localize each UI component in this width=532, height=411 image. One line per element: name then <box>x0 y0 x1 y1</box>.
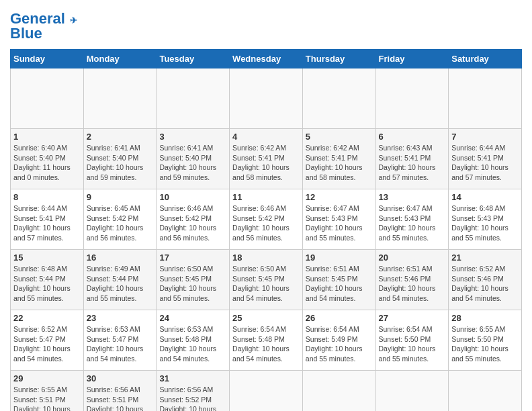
calendar-cell: 16Sunrise: 6:49 AMSunset: 5:44 PMDayligh… <box>83 250 157 310</box>
calendar-week-row: 29Sunrise: 6:55 AMSunset: 5:51 PMDayligh… <box>11 371 522 412</box>
calendar-cell <box>230 68 303 129</box>
calendar-cell: 9Sunrise: 6:45 AMSunset: 5:42 PMDaylight… <box>83 189 157 250</box>
calendar-cell: 10Sunrise: 6:46 AMSunset: 5:42 PMDayligh… <box>157 189 230 250</box>
calendar-cell: 28Sunrise: 6:55 AMSunset: 5:50 PMDayligh… <box>449 310 522 371</box>
calendar-cell: 2Sunrise: 6:41 AMSunset: 5:40 PMDaylight… <box>83 129 157 189</box>
calendar-cell: 6Sunrise: 6:43 AMSunset: 5:41 PMDaylight… <box>375 129 449 189</box>
day-info: Sunrise: 6:46 AMSunset: 5:42 PMDaylight:… <box>159 203 226 243</box>
day-number: 30 <box>87 373 154 383</box>
day-info: Sunrise: 6:54 AMSunset: 5:48 PMDaylight:… <box>232 324 300 364</box>
calendar-cell <box>375 68 449 129</box>
calendar-cell <box>449 68 522 129</box>
day-header-saturday: Saturday <box>449 50 522 68</box>
day-info: Sunrise: 6:40 AMSunset: 5:40 PMDaylight:… <box>13 143 81 183</box>
day-header-wednesday: Wednesday <box>230 50 303 68</box>
day-header-thursday: Thursday <box>302 50 375 68</box>
calendar-cell: 3Sunrise: 6:41 AMSunset: 5:40 PMDaylight… <box>157 129 230 189</box>
calendar-week-row <box>11 68 522 129</box>
day-number: 18 <box>232 253 300 263</box>
calendar-cell: 12Sunrise: 6:47 AMSunset: 5:43 PMDayligh… <box>302 189 375 250</box>
calendar-week-row: 8Sunrise: 6:44 AMSunset: 5:41 PMDaylight… <box>11 189 522 250</box>
calendar-cell: 18Sunrise: 6:50 AMSunset: 5:45 PMDayligh… <box>230 250 303 310</box>
calendar-cell: 1Sunrise: 6:40 AMSunset: 5:40 PMDaylight… <box>11 129 84 189</box>
calendar-cell <box>11 68 84 129</box>
day-number: 7 <box>451 132 519 142</box>
day-header-friday: Friday <box>375 50 449 68</box>
day-info: Sunrise: 6:47 AMSunset: 5:43 PMDaylight:… <box>379 203 446 243</box>
day-number: 17 <box>159 253 226 263</box>
day-info: Sunrise: 6:56 AMSunset: 5:51 PMDaylight:… <box>87 385 154 411</box>
day-header-monday: Monday <box>83 50 157 68</box>
day-number: 14 <box>451 192 519 202</box>
day-number: 1 <box>13 132 81 142</box>
day-number: 11 <box>232 192 300 202</box>
day-number: 22 <box>13 313 81 323</box>
day-info: Sunrise: 6:53 AMSunset: 5:47 PMDaylight:… <box>87 324 154 364</box>
day-number: 31 <box>159 373 226 383</box>
calendar-cell: 15Sunrise: 6:48 AMSunset: 5:44 PMDayligh… <box>11 250 84 310</box>
day-number: 2 <box>87 132 154 142</box>
day-header-tuesday: Tuesday <box>157 50 230 68</box>
calendar-cell: 19Sunrise: 6:51 AMSunset: 5:45 PMDayligh… <box>302 250 375 310</box>
day-number: 27 <box>379 313 446 323</box>
day-number: 24 <box>159 313 226 323</box>
day-number: 15 <box>13 253 81 263</box>
calendar-table: SundayMondayTuesdayWednesdayThursdayFrid… <box>10 49 522 411</box>
calendar-cell <box>157 68 230 129</box>
calendar-cell: 4Sunrise: 6:42 AMSunset: 5:41 PMDaylight… <box>230 129 303 189</box>
calendar-cell <box>302 68 375 129</box>
calendar-header-row: SundayMondayTuesdayWednesdayThursdayFrid… <box>11 50 522 68</box>
day-number: 5 <box>306 132 373 142</box>
day-info: Sunrise: 6:48 AMSunset: 5:43 PMDaylight:… <box>451 203 519 243</box>
day-info: Sunrise: 6:55 AMSunset: 5:51 PMDaylight:… <box>13 385 81 411</box>
calendar-cell <box>449 371 522 412</box>
day-number: 28 <box>451 313 519 323</box>
day-number: 8 <box>13 192 81 202</box>
day-info: Sunrise: 6:51 AMSunset: 5:45 PMDaylight:… <box>306 264 373 304</box>
calendar-cell <box>375 371 449 412</box>
calendar-cell <box>230 371 303 412</box>
day-info: Sunrise: 6:41 AMSunset: 5:40 PMDaylight:… <box>159 143 226 183</box>
calendar-cell: 13Sunrise: 6:47 AMSunset: 5:43 PMDayligh… <box>375 189 449 250</box>
day-info: Sunrise: 6:44 AMSunset: 5:41 PMDaylight:… <box>451 143 519 183</box>
calendar-cell: 8Sunrise: 6:44 AMSunset: 5:41 PMDaylight… <box>11 189 84 250</box>
calendar-cell: 11Sunrise: 6:46 AMSunset: 5:42 PMDayligh… <box>230 189 303 250</box>
day-number: 16 <box>87 253 154 263</box>
day-info: Sunrise: 6:53 AMSunset: 5:48 PMDaylight:… <box>159 324 226 364</box>
day-info: Sunrise: 6:44 AMSunset: 5:41 PMDaylight:… <box>13 203 81 243</box>
calendar-week-row: 22Sunrise: 6:52 AMSunset: 5:47 PMDayligh… <box>11 310 522 371</box>
day-number: 13 <box>379 192 446 202</box>
day-number: 10 <box>159 192 226 202</box>
calendar-cell <box>302 371 375 412</box>
day-number: 9 <box>87 192 154 202</box>
calendar-cell: 5Sunrise: 6:42 AMSunset: 5:41 PMDaylight… <box>302 129 375 189</box>
day-info: Sunrise: 6:50 AMSunset: 5:45 PMDaylight:… <box>159 264 226 304</box>
day-info: Sunrise: 6:54 AMSunset: 5:49 PMDaylight:… <box>306 324 373 364</box>
day-number: 19 <box>306 253 373 263</box>
calendar-cell: 30Sunrise: 6:56 AMSunset: 5:51 PMDayligh… <box>83 371 157 412</box>
calendar-cell <box>83 68 157 129</box>
day-info: Sunrise: 6:52 AMSunset: 5:47 PMDaylight:… <box>13 324 81 364</box>
day-number: 25 <box>232 313 300 323</box>
calendar-cell: 23Sunrise: 6:53 AMSunset: 5:47 PMDayligh… <box>83 310 157 371</box>
day-info: Sunrise: 6:42 AMSunset: 5:41 PMDaylight:… <box>232 143 300 183</box>
calendar-cell: 25Sunrise: 6:54 AMSunset: 5:48 PMDayligh… <box>230 310 303 371</box>
calendar-cell: 26Sunrise: 6:54 AMSunset: 5:49 PMDayligh… <box>302 310 375 371</box>
calendar-cell: 22Sunrise: 6:52 AMSunset: 5:47 PMDayligh… <box>11 310 84 371</box>
calendar-cell: 14Sunrise: 6:48 AMSunset: 5:43 PMDayligh… <box>449 189 522 250</box>
day-number: 23 <box>87 313 154 323</box>
header: General ✈ Blue <box>10 10 522 42</box>
day-info: Sunrise: 6:50 AMSunset: 5:45 PMDaylight:… <box>232 264 300 304</box>
calendar-cell: 24Sunrise: 6:53 AMSunset: 5:48 PMDayligh… <box>157 310 230 371</box>
day-info: Sunrise: 6:54 AMSunset: 5:50 PMDaylight:… <box>379 324 446 364</box>
calendar-cell: 27Sunrise: 6:54 AMSunset: 5:50 PMDayligh… <box>375 310 449 371</box>
calendar-week-row: 15Sunrise: 6:48 AMSunset: 5:44 PMDayligh… <box>11 250 522 310</box>
calendar-cell: 17Sunrise: 6:50 AMSunset: 5:45 PMDayligh… <box>157 250 230 310</box>
day-info: Sunrise: 6:41 AMSunset: 5:40 PMDaylight:… <box>87 143 154 183</box>
day-number: 26 <box>306 313 373 323</box>
calendar-cell: 20Sunrise: 6:51 AMSunset: 5:46 PMDayligh… <box>375 250 449 310</box>
day-info: Sunrise: 6:45 AMSunset: 5:42 PMDaylight:… <box>87 203 154 243</box>
logo-blue: Blue <box>10 25 42 42</box>
calendar-cell: 31Sunrise: 6:56 AMSunset: 5:52 PMDayligh… <box>157 371 230 412</box>
day-info: Sunrise: 6:42 AMSunset: 5:41 PMDaylight:… <box>306 143 373 183</box>
